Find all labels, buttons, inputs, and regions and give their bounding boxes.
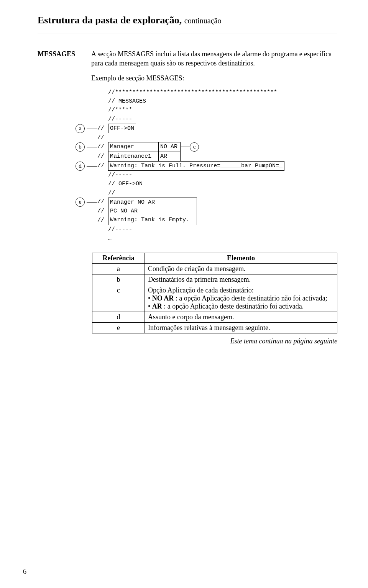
box-off-on: OFF->ON — [108, 124, 136, 133]
connector-line — [87, 147, 97, 147]
ref-key: b — [92, 274, 145, 285]
connector-line — [87, 166, 97, 167]
table-row: c Opção Aplicação de cada destinatário: … — [92, 285, 337, 312]
marker-e: e — [76, 198, 85, 207]
table-row: b Destinatários da primeira mensagem. — [92, 274, 337, 285]
connector-line — [181, 147, 190, 147]
code-slashes: // — [97, 124, 108, 133]
box-next-msg: Warning: Tank is Empty. — [108, 216, 197, 225]
box-recipient: Maintenance1 — [108, 152, 159, 161]
marker-d: d — [76, 162, 85, 171]
box-app-option: AR — [159, 152, 181, 161]
code-line: // MESSAGES — [108, 97, 146, 106]
marker-c: c — [190, 142, 199, 152]
code-slashes: // — [97, 162, 108, 170]
section-body: A secção MESSAGES inclui a lista das men… — [91, 49, 337, 253]
ref-desc: Informações relativas à mensagem seguint… — [145, 323, 337, 333]
code-slashes: // — [97, 152, 108, 161]
section-label: MESSAGES — [38, 49, 91, 58]
code-slashes: // — [97, 207, 108, 216]
box-next-msg: PC NO AR — [108, 207, 197, 216]
ref-key: d — [92, 312, 145, 323]
ref-key: a — [92, 264, 145, 274]
table-header-elem: Elemento — [145, 253, 337, 264]
title-main: Estrutura da pasta de exploração, — [38, 15, 184, 26]
example-label: Exemplo de secção MESSAGES: — [91, 74, 337, 83]
code-slashes: // — [97, 198, 108, 206]
code-line: //----- — [108, 171, 132, 180]
code-example: //**************************************… — [74, 88, 337, 243]
table-row: e Informações relativas à mensagem segui… — [92, 323, 337, 333]
ref-desc: Destinatários da primeira mensagem. — [145, 274, 337, 285]
ref-desc: Opção Aplicação de cada destinatário: NO… — [145, 285, 337, 312]
code-line: //***** — [108, 106, 132, 114]
box-app-option: NO AR — [159, 142, 181, 151]
connector-line — [87, 202, 97, 203]
marker-a: a — [76, 124, 85, 133]
code-line: // OFF->ON — [108, 180, 143, 188]
ref-key: c — [92, 285, 145, 312]
box-recipient: Manager — [108, 142, 159, 151]
marker-c-wrap: c — [181, 142, 199, 152]
ref-desc: Condição de criação da mensagem. — [145, 264, 337, 274]
box-next-msg: Manager NO AR — [108, 198, 197, 207]
section-messages: MESSAGES A secção MESSAGES inclui a list… — [38, 49, 337, 253]
code-line: // — [108, 189, 115, 198]
code-slashes: // — [97, 216, 108, 225]
reference-table: Referência Elemento a Condição de criaçã… — [92, 253, 337, 333]
table-header-ref: Referência — [92, 253, 145, 264]
connector-line — [87, 129, 97, 129]
continuation-note: Este tema continua na página seguinte — [38, 337, 337, 345]
page-title: Estrutura da pasta de exploração, contin… — [38, 15, 337, 26]
intro-paragraph: A secção MESSAGES inclui a lista das men… — [91, 49, 337, 68]
code-ellipsis: … — [108, 234, 112, 243]
box-subject-body: Warning: Tank is Full. Pressure=______ba… — [108, 161, 284, 171]
divider — [38, 34, 337, 34]
code-line: //**************************************… — [108, 88, 277, 97]
code-slashes: // — [97, 133, 108, 142]
table-row: d Assunto e corpo da mensagem. — [92, 312, 337, 323]
ref-key: e — [92, 323, 145, 333]
page-number: 6 — [23, 568, 26, 576]
table-row: a Condição de criação da mensagem. — [92, 264, 337, 274]
code-slashes: // — [97, 142, 108, 151]
title-continuation: continuação — [184, 16, 222, 25]
marker-b: b — [76, 142, 85, 152]
ref-desc: Assunto e corpo da mensagem. — [145, 312, 337, 323]
code-line: //----- — [108, 115, 132, 124]
code-line: //----- — [108, 225, 132, 234]
